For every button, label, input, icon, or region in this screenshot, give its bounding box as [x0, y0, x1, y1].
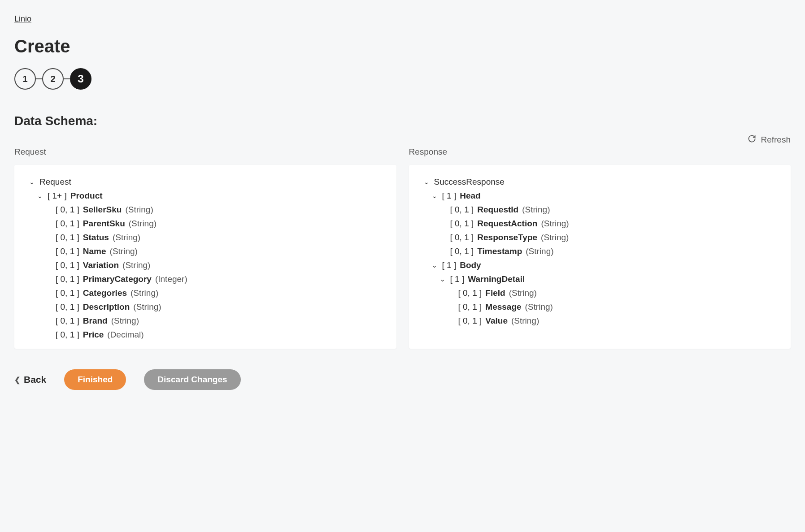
tree-node[interactable]: [ 0, 1 ] Variation (String)	[28, 258, 383, 272]
node-name: RequestId	[477, 205, 518, 214]
request-column: Request ⌄Request⌄[ 1+ ] Product[ 0, 1 ] …	[14, 147, 396, 349]
tree-node[interactable]: [ 0, 1 ] Categories (String)	[28, 286, 383, 300]
node-name: Description	[83, 303, 130, 311]
node-name: PrimaryCategory	[83, 275, 152, 283]
tree-node[interactable]: ⌄[ 1+ ] Product	[28, 189, 383, 203]
cardinality: [ 0, 1 ]	[450, 205, 474, 214]
node-name: Price	[83, 330, 104, 339]
node-name: Body	[460, 261, 481, 269]
cardinality: [ 0, 1 ]	[458, 316, 482, 325]
tree-node[interactable]: [ 0, 1 ] Brand (String)	[28, 314, 383, 328]
tree-node[interactable]: [ 0, 1 ] Timestamp (String)	[422, 244, 778, 258]
node-name: Message	[485, 303, 521, 311]
node-name: Status	[83, 233, 109, 242]
chevron-down-icon[interactable]: ⌄	[431, 193, 439, 199]
request-panel: ⌄Request⌄[ 1+ ] Product[ 0, 1 ] SellerSk…	[14, 165, 396, 349]
tree-node[interactable]: ⌄Request	[28, 175, 383, 189]
breadcrumb-link[interactable]: Linio	[14, 14, 31, 24]
tree-node[interactable]: ⌄[ 1 ] Head	[422, 189, 778, 203]
node-name: SuccessResponse	[434, 177, 505, 186]
chevron-down-icon[interactable]: ⌄	[431, 262, 439, 268]
cardinality: [ 0, 1 ]	[458, 303, 482, 311]
cardinality: [ 0, 1 ]	[450, 219, 474, 228]
node-type: (String)	[110, 247, 138, 255]
tree-node[interactable]: ⌄SuccessResponse	[422, 175, 778, 189]
refresh-button[interactable]: Refresh	[748, 134, 791, 145]
response-tree: ⌄SuccessResponse⌄[ 1 ] Head[ 0, 1 ] Requ…	[422, 175, 778, 328]
cardinality: [ 0, 1 ]	[56, 247, 79, 255]
node-type: (String)	[541, 219, 569, 228]
tree-node[interactable]: [ 0, 1 ] RequestAction (String)	[422, 216, 778, 230]
tree-node[interactable]: [ 0, 1 ] Field (String)	[422, 286, 778, 300]
node-name: Head	[460, 191, 480, 200]
node-type: (String)	[522, 205, 550, 214]
cardinality: [ 0, 1 ]	[56, 275, 79, 283]
chevron-down-icon[interactable]: ⌄	[439, 276, 447, 282]
response-column: Response ⌄SuccessResponse⌄[ 1 ] Head[ 0,…	[409, 147, 791, 349]
node-type: (String)	[511, 316, 539, 325]
node-type: (String)	[113, 233, 140, 242]
node-type: (String)	[133, 303, 161, 311]
node-type: (String)	[131, 289, 158, 297]
section-title: Data Schema:	[14, 114, 791, 128]
node-name: Value	[485, 316, 508, 325]
node-type: (String)	[526, 247, 553, 255]
cardinality: [ 0, 1 ]	[56, 303, 79, 311]
step-3[interactable]: 3	[70, 68, 91, 90]
tree-node[interactable]: [ 0, 1 ] RequestId (String)	[422, 203, 778, 216]
node-name: Name	[83, 247, 106, 255]
back-button[interactable]: ❮ Back	[14, 374, 46, 385]
node-name: Categories	[83, 289, 127, 297]
node-type: (String)	[111, 316, 139, 325]
node-type: (String)	[541, 233, 569, 242]
node-name: Brand	[83, 316, 108, 325]
tree-node[interactable]: [ 0, 1 ] SellerSku (String)	[28, 203, 383, 216]
chevron-down-icon[interactable]: ⌄	[36, 193, 44, 199]
node-type: (Decimal)	[107, 330, 144, 339]
tree-node[interactable]: [ 0, 1 ] Status (String)	[28, 230, 383, 244]
discard-button[interactable]: Discard Changes	[144, 369, 240, 390]
node-type: (String)	[125, 205, 153, 214]
tree-node[interactable]: [ 0, 1 ] ResponseType (String)	[422, 230, 778, 244]
cardinality: [ 1+ ]	[48, 191, 67, 200]
node-name: RequestAction	[477, 219, 537, 228]
step-2[interactable]: 2	[42, 68, 64, 90]
chevron-down-icon[interactable]: ⌄	[422, 179, 431, 185]
cardinality: [ 0, 1 ]	[56, 219, 79, 228]
tree-node[interactable]: [ 0, 1 ] Value (String)	[422, 314, 778, 328]
step-connector	[64, 78, 70, 79]
chevron-left-icon: ❮	[14, 376, 20, 384]
cardinality: [ 0, 1 ]	[450, 233, 474, 242]
node-name: Field	[485, 289, 505, 297]
tree-node[interactable]: [ 0, 1 ] Message (String)	[422, 300, 778, 314]
stepper: 1 2 3	[14, 68, 791, 90]
node-name: SellerSku	[83, 205, 122, 214]
refresh-icon	[748, 134, 756, 145]
tree-node[interactable]: [ 0, 1 ] ParentSku (String)	[28, 216, 383, 230]
cardinality: [ 1 ]	[442, 261, 457, 269]
chevron-down-icon[interactable]: ⌄	[28, 179, 36, 185]
response-panel: ⌄SuccessResponse⌄[ 1 ] Head[ 0, 1 ] Requ…	[409, 165, 791, 349]
finished-button[interactable]: Finished	[64, 369, 126, 390]
tree-node[interactable]: ⌄[ 1 ] Body	[422, 258, 778, 272]
step-1[interactable]: 1	[14, 68, 36, 90]
node-name: Product	[70, 191, 103, 200]
page-title: Create	[14, 36, 791, 56]
cardinality: [ 0, 1 ]	[450, 247, 474, 255]
cardinality: [ 0, 1 ]	[56, 289, 79, 297]
tree-node[interactable]: [ 0, 1 ] Price (Decimal)	[28, 328, 383, 342]
node-name: WarningDetail	[468, 275, 525, 283]
tree-node[interactable]: [ 0, 1 ] Name (String)	[28, 244, 383, 258]
tree-node[interactable]: [ 0, 1 ] Description (String)	[28, 300, 383, 314]
node-type: (String)	[122, 261, 150, 269]
cardinality: [ 0, 1 ]	[56, 261, 79, 269]
refresh-label: Refresh	[761, 135, 791, 145]
cardinality: [ 0, 1 ]	[56, 316, 79, 325]
node-type: (String)	[525, 303, 553, 311]
node-name: ResponseType	[477, 233, 537, 242]
request-label: Request	[14, 147, 396, 157]
tree-node[interactable]: [ 0, 1 ] PrimaryCategory (Integer)	[28, 272, 383, 286]
tree-node[interactable]: ⌄[ 1 ] WarningDetail	[422, 272, 778, 286]
cardinality: [ 0, 1 ]	[56, 233, 79, 242]
request-tree: ⌄Request⌄[ 1+ ] Product[ 0, 1 ] SellerSk…	[28, 175, 383, 342]
